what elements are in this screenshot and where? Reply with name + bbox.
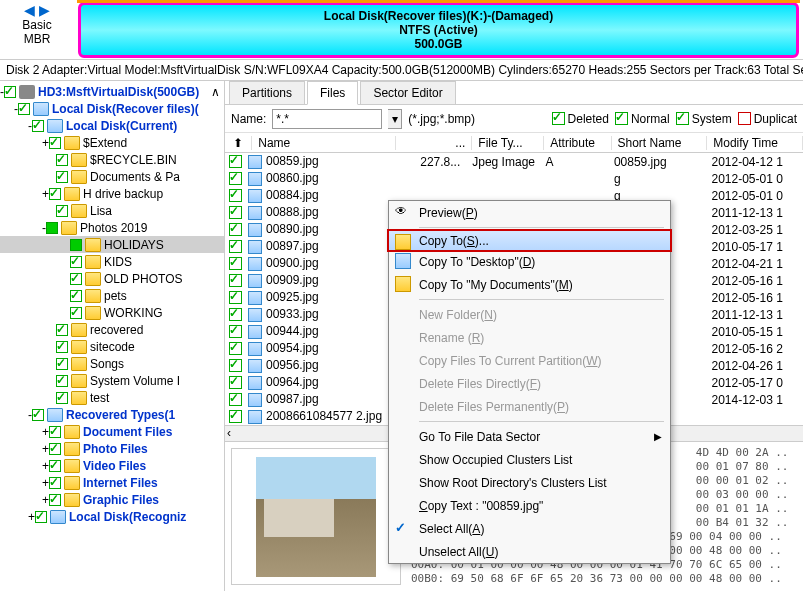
checkbox-icon[interactable] <box>49 460 61 472</box>
tree-label: System Volume I <box>90 374 180 388</box>
nav-basic-mbr[interactable]: ◀ ▶ Basic MBR <box>0 0 74 46</box>
folder-tree[interactable]: -HD3:MsftVirtualDisk(500GB)∧-Local Disk(… <box>0 81 225 591</box>
fold-icon <box>71 153 87 167</box>
checkbox-icon[interactable] <box>46 222 58 234</box>
checkbox-icon[interactable] <box>49 426 61 438</box>
tree-item[interactable]: +Graphic Files <box>0 491 224 508</box>
file-checkbox[interactable] <box>229 172 242 185</box>
checkbox-icon[interactable] <box>32 409 44 421</box>
tree-item[interactable]: sitecode <box>0 338 224 355</box>
file-checkbox[interactable] <box>229 291 242 304</box>
tree-item[interactable]: +H drive backup <box>0 185 224 202</box>
ctx-copy-to[interactable]: Copy To(S)... <box>387 229 672 252</box>
file-checkbox[interactable] <box>229 223 242 236</box>
checkbox-icon[interactable] <box>56 341 68 353</box>
checkbox-icon[interactable] <box>56 392 68 404</box>
tree-item[interactable]: -Local Disk(Recover files)( <box>0 100 224 117</box>
tab-files[interactable]: Files <box>307 81 358 105</box>
filter-deleted[interactable]: Deleted <box>552 112 609 126</box>
checkbox-icon[interactable] <box>70 273 82 285</box>
tree-item[interactable]: OLD PHOTOS <box>0 270 224 287</box>
disk-bar[interactable]: Local Disk(Recover files)(K:)-(Damaged) … <box>78 2 799 58</box>
tree-item[interactable]: -HD3:MsftVirtualDisk(500GB)∧ <box>0 83 224 100</box>
file-checkbox[interactable] <box>229 359 242 372</box>
file-checkbox[interactable] <box>229 393 242 406</box>
file-checkbox[interactable] <box>229 155 242 168</box>
checkbox-icon[interactable] <box>32 120 44 132</box>
ctx-preview[interactable]: 👁Preview(P) <box>389 201 670 224</box>
tree-label: Recovered Types(1 <box>66 408 175 422</box>
checkbox-icon[interactable] <box>18 103 30 115</box>
file-checkbox[interactable] <box>229 308 242 321</box>
checkbox-icon[interactable] <box>35 511 47 523</box>
tree-item[interactable]: KIDS <box>0 253 224 270</box>
checkbox-icon[interactable] <box>56 154 68 166</box>
ctx-root-clusters[interactable]: Show Root Directory's Clusters List <box>389 471 670 494</box>
file-checkbox[interactable] <box>229 206 242 219</box>
up-arrow-icon[interactable]: ⬆ <box>225 136 252 150</box>
file-icon <box>248 155 262 169</box>
ctx-copy-desktop[interactable]: Copy To "Desktop"(D) <box>389 250 670 273</box>
checkbox-icon[interactable] <box>49 137 61 149</box>
checkbox-icon[interactable] <box>56 205 68 217</box>
file-checkbox[interactable] <box>229 342 242 355</box>
checkbox-icon[interactable] <box>56 324 68 336</box>
tree-item[interactable]: Documents & Pa <box>0 168 224 185</box>
tree-item[interactable]: recovered <box>0 321 224 338</box>
checkbox-icon[interactable] <box>49 477 61 489</box>
file-checkbox[interactable] <box>229 274 242 287</box>
tree-item[interactable]: +Internet Files <box>0 474 224 491</box>
checkbox-icon[interactable] <box>56 358 68 370</box>
file-checkbox[interactable] <box>229 257 242 270</box>
file-checkbox[interactable] <box>229 376 242 389</box>
name-filter-dropdown[interactable]: ▾ <box>388 109 402 129</box>
tree-item[interactable]: +$Extend <box>0 134 224 151</box>
checkbox-icon[interactable] <box>56 171 68 183</box>
tree-item[interactable]: Lisa <box>0 202 224 219</box>
checkbox-icon[interactable] <box>56 375 68 387</box>
filter-normal[interactable]: Normal <box>615 112 670 126</box>
file-list-header[interactable]: ⬆ Name ... File Ty... Attribute Short Na… <box>225 133 803 153</box>
tree-item[interactable]: Songs <box>0 355 224 372</box>
tab-sector-editor[interactable]: Sector Editor <box>360 81 455 104</box>
checkbox-icon[interactable] <box>49 188 61 200</box>
tree-item[interactable]: -Local Disk(Current) <box>0 117 224 134</box>
file-row[interactable]: 00860.jpgg2012-05-01 0 <box>225 170 803 187</box>
tree-item[interactable]: +Document Files <box>0 423 224 440</box>
file-checkbox[interactable] <box>229 325 242 338</box>
checkbox-icon[interactable] <box>70 239 82 251</box>
tree-item[interactable]: test <box>0 389 224 406</box>
tree-item[interactable]: WORKING <box>0 304 224 321</box>
tree-item[interactable]: +Local Disk(Recogniz <box>0 508 224 525</box>
context-menu: 👁Preview(P) Copy To(S)... Copy To "Deskt… <box>388 200 671 564</box>
tree-item[interactable]: +Photo Files <box>0 440 224 457</box>
tree-item[interactable]: HOLIDAYS <box>0 236 224 253</box>
ctx-unselect-all[interactable]: Unselect All(U) <box>389 540 670 563</box>
tree-item[interactable]: $RECYCLE.BIN <box>0 151 224 168</box>
checkbox-icon[interactable] <box>70 290 82 302</box>
tree-item[interactable]: pets <box>0 287 224 304</box>
checkbox-icon[interactable] <box>70 256 82 268</box>
tab-partitions[interactable]: Partitions <box>229 81 305 104</box>
ctx-copy-text[interactable]: Copy Text : "00859.jpg" <box>389 494 670 517</box>
file-checkbox[interactable] <box>229 189 242 202</box>
tree-item[interactable]: +Video Files <box>0 457 224 474</box>
file-checkbox[interactable] <box>229 240 242 253</box>
ctx-occupied-clusters[interactable]: Show Occupied Clusters List <box>389 448 670 471</box>
filter-duplicat[interactable]: Duplicat <box>738 112 797 126</box>
tree-item[interactable]: System Volume I <box>0 372 224 389</box>
checkbox-icon[interactable] <box>49 443 61 455</box>
ctx-select-all[interactable]: Select All(A) <box>389 517 670 540</box>
tree-label: test <box>90 391 109 405</box>
checkbox-icon[interactable] <box>4 86 16 98</box>
file-checkbox[interactable] <box>229 410 242 423</box>
filter-system[interactable]: System <box>676 112 732 126</box>
ctx-copy-mydocs[interactable]: Copy To "My Documents"(M) <box>389 273 670 296</box>
checkbox-icon[interactable] <box>49 494 61 506</box>
ctx-goto-sector[interactable]: Go To File Data Sector▶ <box>389 425 670 448</box>
checkbox-icon[interactable] <box>70 307 82 319</box>
file-row[interactable]: 00859.jpg227.8...Jpeg ImageA00859.jpg201… <box>225 153 803 170</box>
name-filter-input[interactable] <box>272 109 382 129</box>
tree-item[interactable]: -Recovered Types(1 <box>0 406 224 423</box>
tree-item[interactable]: -Photos 2019 <box>0 219 224 236</box>
